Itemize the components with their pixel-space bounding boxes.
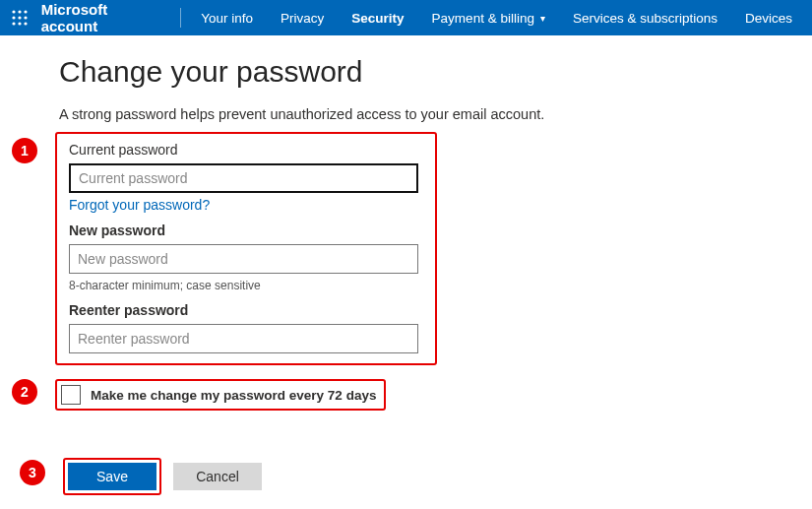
nav-payment-label: Payment & billing	[432, 11, 534, 26]
svg-point-1	[18, 10, 21, 13]
nav-devices[interactable]: Devices	[731, 11, 806, 26]
new-password-label: New password	[69, 223, 423, 238]
annotation-badge-1: 1	[12, 138, 37, 163]
nav-services[interactable]: Services & subscriptions	[559, 11, 731, 26]
page-subtitle: A strong password helps prevent unauthor…	[59, 106, 812, 122]
forgot-password-link[interactable]: Forgot your password?	[69, 197, 210, 213]
new-password-hint: 8-character minimum; case sensitive	[69, 279, 423, 292]
svg-point-0	[12, 10, 15, 13]
reenter-password-input[interactable]	[69, 324, 418, 353]
svg-point-4	[18, 16, 21, 19]
expire-password-label: Make me change my password every 72 days	[91, 388, 376, 403]
reenter-password-label: Reenter password	[69, 302, 423, 318]
main-content: Change your password A strong password h…	[0, 35, 812, 495]
nav-payment-billing[interactable]: Payment & billing ▾	[418, 11, 559, 26]
apps-grid-icon[interactable]	[6, 4, 33, 32]
password-fields-group: Current password Forgot your password? N…	[55, 132, 437, 365]
svg-point-6	[12, 22, 15, 25]
current-password-label: Current password	[69, 142, 423, 158]
annotation-badge-2: 2	[12, 379, 37, 405]
chevron-down-icon: ▾	[540, 13, 545, 24]
annotation-badge-3: 3	[20, 460, 45, 485]
nav-separator	[180, 8, 181, 28]
svg-point-2	[24, 10, 27, 13]
top-nav: Microsoft account Your info Privacy Secu…	[0, 0, 812, 35]
page-title: Change your password	[59, 55, 812, 89]
svg-point-7	[18, 22, 21, 25]
svg-point-8	[24, 22, 27, 25]
nav-security[interactable]: Security	[338, 11, 417, 26]
svg-point-3	[12, 16, 15, 19]
save-button[interactable]: Save	[68, 463, 156, 490]
save-button-highlight: Save	[63, 458, 161, 495]
current-password-input[interactable]	[69, 163, 418, 193]
cancel-button[interactable]: Cancel	[173, 463, 262, 490]
nav-your-info[interactable]: Your info	[187, 11, 267, 26]
svg-point-5	[24, 16, 27, 19]
new-password-input[interactable]	[69, 244, 418, 274]
nav-privacy[interactable]: Privacy	[267, 11, 338, 26]
expire-password-checkbox[interactable]	[61, 385, 81, 405]
expire-checkbox-group: Make me change my password every 72 days	[55, 379, 386, 411]
brand-link[interactable]: Microsoft account	[41, 1, 181, 34]
